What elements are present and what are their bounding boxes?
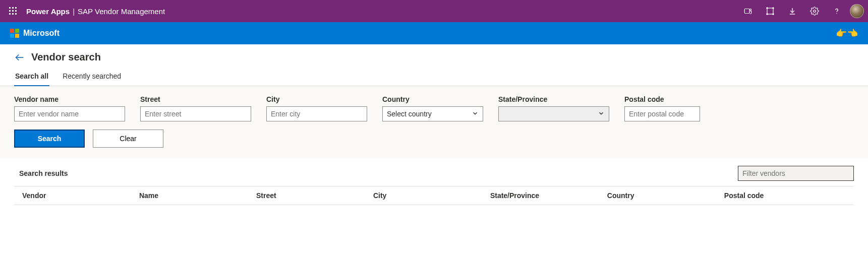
column-country[interactable]: Country [601,191,718,200]
search-form: Vendor name Street City Country Select c… [0,86,868,159]
field-country: Country Select country [382,95,483,121]
brandbar-right-icon[interactable]: 👉👈 [836,28,858,39]
microsoft-logo[interactable]: Microsoft [10,29,60,38]
input-postal[interactable] [624,106,700,121]
field-street: Street [140,95,251,121]
svg-rect-0 [9,7,11,9]
results-title: Search results [14,169,68,177]
svg-rect-9 [744,9,749,14]
page-header: Vendor search [0,44,868,63]
app-launcher-icon[interactable] [4,2,22,20]
tab-search-all[interactable]: Search all [14,67,49,86]
svg-rect-8 [15,13,17,15]
title-separator: | [73,7,75,16]
svg-rect-3 [9,10,11,12]
label-city: City [266,95,367,103]
settings-icon[interactable] [805,2,824,20]
results-table: Vendor Name Street City State/Province C… [14,186,854,205]
header-actions [739,2,864,20]
svg-rect-5 [15,10,17,12]
svg-rect-4 [12,10,14,12]
global-header: Power Apps | SAP Vendor Management [0,0,868,22]
back-arrow-icon[interactable] [14,52,25,63]
column-city[interactable]: City [367,191,484,200]
svg-rect-7 [12,13,14,15]
field-postal: Postal code [624,95,700,121]
svg-rect-1 [12,7,14,9]
svg-rect-2 [15,7,17,9]
input-vendor-name[interactable] [14,106,125,121]
results-section: Search results Vendor Name Street City S… [0,159,868,225]
table-header-row: Vendor Name Street City State/Province C… [14,186,854,205]
tab-list: Search all Recently searched [0,63,868,86]
column-postal[interactable]: Postal code [718,191,852,200]
header-title: Power Apps | SAP Vendor Management [26,7,165,16]
svg-point-12 [767,8,768,9]
teams-icon[interactable] [739,2,757,20]
label-country: Country [382,95,483,103]
fit-screen-icon[interactable] [761,2,779,20]
search-button[interactable]: Search [14,130,85,148]
select-state[interactable] [498,106,609,121]
clear-button[interactable]: Clear [93,130,163,148]
microsoft-logo-text: Microsoft [23,29,60,38]
tab-recently-searched[interactable]: Recently searched [62,67,122,86]
column-vendor[interactable]: Vendor [16,191,133,200]
page-title: Vendor search [31,51,101,63]
svg-point-15 [773,14,774,15]
svg-point-14 [767,14,768,15]
field-vendor-name: Vendor name [14,95,125,121]
column-street[interactable]: Street [250,191,367,200]
download-icon[interactable] [783,2,801,20]
label-postal: Postal code [624,95,700,103]
svg-point-13 [773,8,774,9]
column-name[interactable]: Name [133,191,250,200]
input-street[interactable] [140,106,251,121]
select-country[interactable]: Select country [382,106,483,121]
user-avatar[interactable] [850,4,864,18]
input-city[interactable] [266,106,367,121]
svg-point-16 [814,10,816,13]
column-state[interactable]: State/Province [484,191,601,200]
filter-vendors-input[interactable] [738,166,854,181]
label-state: State/Province [498,95,609,103]
svg-rect-11 [767,8,773,14]
svg-point-10 [750,9,751,11]
svg-rect-6 [9,13,11,15]
app-name[interactable]: Power Apps [26,7,70,16]
page-name: SAP Vendor Management [78,7,165,16]
select-country-value: Select country [387,110,432,118]
field-state: State/Province [498,95,609,121]
label-street: Street [140,95,251,103]
label-vendor-name: Vendor name [14,95,125,103]
microsoft-logo-icon [10,29,19,38]
field-city: City [266,95,367,121]
brand-bar: Microsoft 👉👈 [0,22,868,44]
svg-point-17 [836,13,837,14]
chevron-down-icon [598,110,605,118]
help-icon[interactable] [828,2,846,20]
chevron-down-icon [472,110,479,118]
